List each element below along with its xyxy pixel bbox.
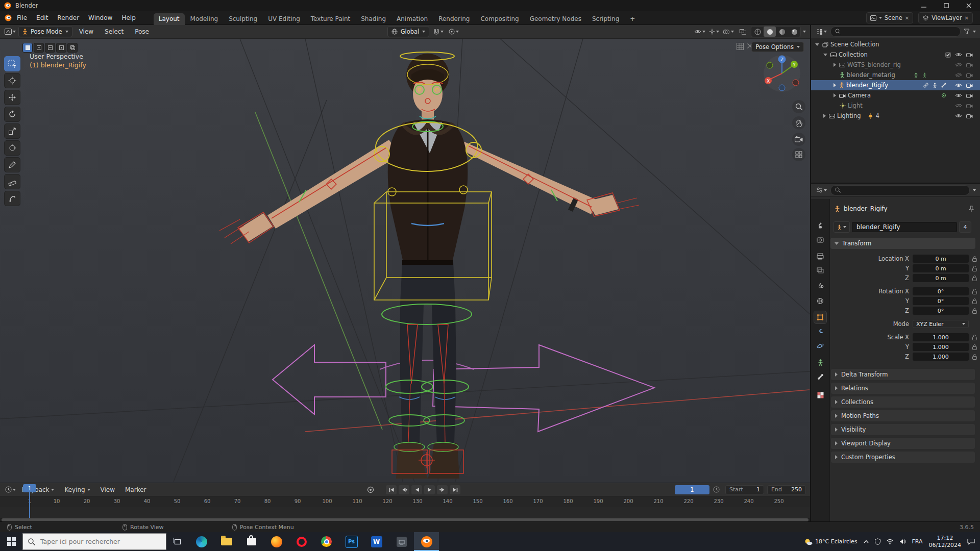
lock-icon[interactable] xyxy=(972,288,977,294)
lock-icon[interactable] xyxy=(972,308,977,314)
disable-render-camera-icon[interactable] xyxy=(966,62,973,67)
overlays-dropdown[interactable] xyxy=(722,27,734,37)
object-tab-icon[interactable] xyxy=(814,311,826,323)
select-mode-extend-icon[interactable] xyxy=(34,43,44,53)
mode-select[interactable]: Pose Mode xyxy=(18,26,72,37)
shading-wireframe-button[interactable] xyxy=(751,27,764,37)
tool-rotate[interactable] xyxy=(4,107,20,122)
taskbar-app-edge[interactable] xyxy=(189,532,214,551)
pin-icon[interactable] xyxy=(969,206,974,212)
properties-editor-type-button[interactable] xyxy=(815,185,827,195)
tab-scripting[interactable]: Scripting xyxy=(587,13,624,25)
taskbar-app-opera[interactable] xyxy=(289,532,314,551)
tab-compositing[interactable]: Compositing xyxy=(475,13,524,25)
hide-eye-icon[interactable] xyxy=(955,93,962,98)
jump-to-start-button[interactable] xyxy=(386,485,397,494)
tab-geometry-nodes[interactable]: Geometry Nodes xyxy=(525,13,586,25)
language-indicator[interactable]: FRA xyxy=(912,538,923,545)
menu-marker[interactable]: Marker xyxy=(120,485,151,495)
outliner-row-blender-metarig[interactable]: blender_metarig xyxy=(811,70,980,80)
timeline-ruler[interactable]: 1 10 20 30 40 50 60 70 80 90 100 110 120… xyxy=(0,496,810,508)
outliner-row-blender-rigify[interactable]: blender_Rigify xyxy=(811,80,980,90)
next-keyframe-button[interactable] xyxy=(437,485,448,494)
task-view-button[interactable] xyxy=(166,532,189,551)
disable-render-camera-icon[interactable] xyxy=(966,93,973,98)
menu-help[interactable]: Help xyxy=(117,13,140,23)
lock-icon[interactable] xyxy=(972,334,977,340)
lock-icon[interactable] xyxy=(972,298,977,304)
gizmos-dropdown[interactable] xyxy=(708,27,720,37)
filter-icon[interactable] xyxy=(964,29,970,34)
users-count-badge[interactable]: 4 xyxy=(959,221,971,233)
menu-select[interactable]: Select xyxy=(100,27,128,37)
maximize-button[interactable] xyxy=(935,0,958,11)
tool-scale[interactable] xyxy=(4,123,20,139)
select-mode-subtract-icon[interactable] xyxy=(45,43,55,53)
location-x-field[interactable]: 0 m xyxy=(913,255,969,263)
taskbar-app-chrome[interactable] xyxy=(314,532,339,551)
weather-widget[interactable]: 18°C Eclaircies xyxy=(804,538,857,545)
tool-cursor[interactable] xyxy=(4,73,20,88)
current-frame-field[interactable]: 1 xyxy=(675,485,709,494)
security-shield-icon[interactable] xyxy=(875,538,880,545)
properties-search-input[interactable] xyxy=(830,185,970,195)
disable-render-camera-icon[interactable] xyxy=(966,113,973,118)
clock-widget[interactable]: 17:12 06/12/2024 xyxy=(929,535,961,549)
taskbar-app-file-explorer[interactable] xyxy=(214,532,239,551)
tray-expand-chevron[interactable] xyxy=(864,540,869,543)
pan-hand-icon[interactable] xyxy=(792,116,805,130)
outliner-search-input[interactable] xyxy=(830,27,961,37)
timeline-channels[interactable] xyxy=(0,507,810,518)
snap-toggle[interactable] xyxy=(432,27,445,37)
panel-viewport-display[interactable]: Viewport Display xyxy=(830,437,975,449)
pose-options-panel-toggle[interactable]: Pose Options xyxy=(751,42,804,52)
hide-eye-icon[interactable] xyxy=(955,52,962,57)
properties-options-caret[interactable] xyxy=(973,189,976,191)
output-tab-icon[interactable] xyxy=(814,250,826,262)
transform-orientation-select[interactable]: Global xyxy=(387,26,430,37)
editor-type-button[interactable] xyxy=(4,27,16,37)
panel-custom-properties[interactable]: Custom Properties xyxy=(830,451,975,463)
rotation-y-field[interactable]: 0° xyxy=(913,297,969,305)
world-tab-icon[interactable] xyxy=(814,295,826,307)
rotation-mode-select[interactable]: XYZ Euler xyxy=(913,320,969,328)
disable-render-camera-icon[interactable] xyxy=(966,103,973,108)
tool-annotate[interactable] xyxy=(4,157,20,172)
lock-icon[interactable] xyxy=(972,256,977,262)
shading-dropdown-caret[interactable] xyxy=(803,31,806,33)
previous-keyframe-button[interactable] xyxy=(399,485,409,494)
menu-render[interactable]: Render xyxy=(53,13,84,23)
scene-selector[interactable]: Scene ✕ xyxy=(866,12,913,23)
hide-eye-icon[interactable] xyxy=(955,62,962,67)
scene-unlink-icon[interactable]: ✕ xyxy=(905,15,909,21)
taskbar-search[interactable] xyxy=(22,533,166,550)
disable-render-camera-icon[interactable] xyxy=(966,83,973,88)
frame-end-field[interactable]: End250 xyxy=(767,485,806,494)
jump-to-end-button[interactable] xyxy=(450,485,460,494)
panel-visibility[interactable]: Visibility xyxy=(830,423,975,436)
panel-relations[interactable]: Relations xyxy=(830,382,975,394)
disable-render-camera-icon[interactable] xyxy=(966,52,973,57)
location-y-field[interactable]: 0 m xyxy=(913,264,969,272)
hide-eye-icon[interactable] xyxy=(955,103,962,108)
tool-measure[interactable] xyxy=(4,174,20,189)
menu-edit[interactable]: Edit xyxy=(32,13,53,23)
frame-start-field[interactable]: Start1 xyxy=(725,485,764,494)
blender-menu-icon[interactable] xyxy=(4,14,12,21)
location-z-field[interactable]: 0 m xyxy=(913,274,969,282)
taskbar-app-word[interactable]: W xyxy=(364,532,389,551)
menu-keying[interactable]: Keying xyxy=(60,485,94,495)
exclude-checkbox[interactable] xyxy=(945,52,951,58)
menu-window[interactable]: Window xyxy=(84,13,117,23)
shading-material-button[interactable] xyxy=(776,27,788,37)
hide-eye-icon[interactable] xyxy=(955,72,962,78)
tab-texture-paint[interactable]: Texture Paint xyxy=(306,13,355,25)
xray-toggle[interactable] xyxy=(737,27,749,37)
network-icon[interactable] xyxy=(887,539,893,544)
taskbar-app-generic[interactable] xyxy=(389,532,414,551)
tab-rendering[interactable]: Rendering xyxy=(433,13,475,25)
lock-icon[interactable] xyxy=(972,354,977,360)
outliner-row-lighting[interactable]: Lighting 4 xyxy=(811,111,980,121)
tool-select-box[interactable] xyxy=(4,56,20,71)
menu-view[interactable]: View xyxy=(75,27,98,37)
